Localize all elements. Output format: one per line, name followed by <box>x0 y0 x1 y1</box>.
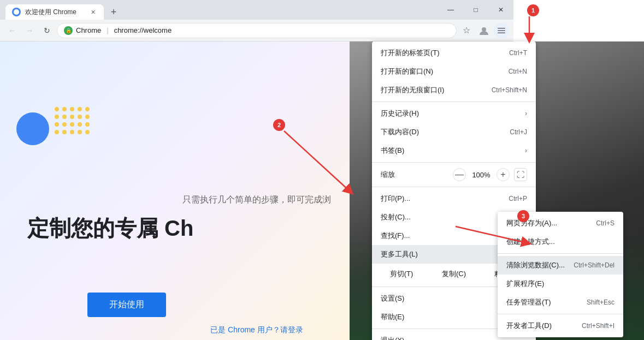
zoom-plus-button[interactable]: + <box>497 168 510 181</box>
minimize-button[interactable]: — <box>438 0 463 20</box>
new-tab-button[interactable]: + <box>106 4 121 20</box>
copy-button[interactable]: 复制(C) <box>429 266 479 282</box>
forward-button[interactable]: → <box>22 23 37 38</box>
submenu-item-extensions[interactable]: 扩展程序(E) <box>498 275 623 293</box>
tab-favicon <box>12 8 21 16</box>
menu-item-history[interactable]: 历史记录(H) › <box>372 104 536 123</box>
submenu-divider-2 <box>498 314 623 314</box>
submenu-item-create-shortcut[interactable]: 创建快捷方式... <box>498 232 623 251</box>
annotation-3: 3 <box>517 210 529 222</box>
title-bar: 欢迎使用 Chrome ✕ + — □ ✕ <box>0 0 513 20</box>
layout-wrapper: 欢迎使用 Chrome ✕ + — □ ✕ ← → ↻ 🔒 Chrome | c… <box>0 0 644 340</box>
url-brand: Chrome <box>76 26 101 34</box>
menu-divider-3 <box>372 187 536 187</box>
svg-rect-2 <box>498 30 505 31</box>
back-button[interactable]: ← <box>4 23 20 38</box>
tab-title: 欢迎使用 Chrome <box>25 8 84 17</box>
menu-item-new-tab[interactable]: 打开新的标签页(T) Ctrl+T <box>372 44 536 62</box>
menu-divider-2 <box>372 162 536 163</box>
submenu-item-devtools[interactable]: 开发者工具(D) Ctrl+Shift+I <box>498 317 623 335</box>
blue-circle-decoration <box>16 112 49 145</box>
submenu-item-task-manager[interactable]: 任务管理器(T) Shift+Esc <box>498 293 623 312</box>
zoom-value: 100% <box>470 171 492 179</box>
refresh-button[interactable]: ↻ <box>39 23 55 38</box>
zoom-controls: — 100% + ⛶ <box>453 168 527 181</box>
bookmark-button[interactable]: ☆ <box>459 23 474 38</box>
svg-rect-1 <box>498 28 505 29</box>
annotation-2: 2 <box>273 119 285 131</box>
submenu-item-save-page[interactable]: 网页另存为(A)... Ctrl+S <box>498 214 623 232</box>
window-controls: — □ ✕ <box>438 0 513 20</box>
tab-favicon-inner <box>14 9 19 15</box>
profile-button[interactable] <box>476 23 492 38</box>
address-bar: ← → ↻ 🔒 Chrome | chrome://welcome ☆ <box>0 20 513 41</box>
menu-item-downloads[interactable]: 下载内容(D) Ctrl+J <box>372 123 536 141</box>
zoom-minus-button[interactable]: — <box>453 168 466 181</box>
zoom-expand-button[interactable]: ⛶ <box>514 168 527 181</box>
cut-button[interactable]: 剪切(T) <box>376 266 427 282</box>
menu-item-bookmarks[interactable]: 书签(B) › <box>372 141 536 160</box>
url-divider: | <box>107 26 108 34</box>
url-path: chrome://welcome <box>114 26 172 34</box>
submenu-item-clear-data[interactable]: 清除浏览数据(C)... Ctrl+Shift+Del <box>498 256 623 275</box>
tab-close-button[interactable]: ✕ <box>88 8 97 16</box>
menu-divider-1 <box>372 102 536 102</box>
annotation-1: 1 <box>527 4 539 16</box>
menu-item-new-window[interactable]: 打开新的窗口(N) Ctrl+N <box>372 62 536 81</box>
maximize-button[interactable]: □ <box>463 0 488 20</box>
url-bar[interactable]: 🔒 Chrome | chrome://welcome <box>57 23 457 38</box>
start-button[interactable]: 开始使用 <box>87 293 166 317</box>
submenu-divider-1 <box>498 253 623 254</box>
svg-rect-3 <box>498 32 505 33</box>
dots-decoration <box>55 107 90 134</box>
close-button[interactable]: ✕ <box>488 0 513 20</box>
page-title: 定制您的专属 Ch <box>0 213 300 243</box>
tab-strip: 欢迎使用 Chrome ✕ + <box>0 0 121 20</box>
menu-item-incognito[interactable]: 打开新的无痕窗口(I) Ctrl+Shift+N <box>372 81 536 99</box>
menu-item-print[interactable]: 打印(P)... Ctrl+P <box>372 189 536 208</box>
chrome-menu-button[interactable] <box>494 23 509 38</box>
secure-icon: 🔒 <box>64 26 73 35</box>
active-tab[interactable]: 欢迎使用 Chrome ✕ <box>5 4 104 20</box>
submenu-more-tools: 网页另存为(A)... Ctrl+S 创建快捷方式... 清除浏览数据(C)..… <box>498 212 623 337</box>
zoom-row: 缩放 — 100% + ⛶ <box>372 165 536 184</box>
svg-point-0 <box>482 27 486 32</box>
